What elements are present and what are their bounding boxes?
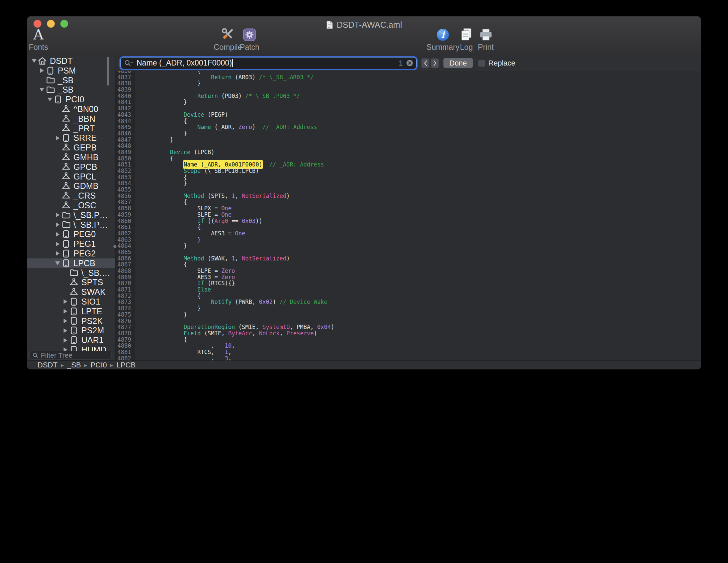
done-button[interactable]: Done [443, 58, 473, 68]
disclosure-right-icon[interactable] [62, 299, 69, 304]
tree-item-gpcb[interactable]: GPCB [27, 162, 115, 172]
line-number: 4872 [115, 293, 134, 299]
toolbar-label: Patch [240, 43, 260, 52]
tree-item-_sb[interactable]: _SB [27, 76, 115, 85]
tree-item-gdmb[interactable]: GDMB [27, 181, 115, 191]
tree-item-bn00[interactable]: ^BN00 [27, 104, 115, 114]
tree-item-peg2[interactable]: PEG2 [27, 249, 115, 258]
tree-item-_bbn[interactable]: _BBN [27, 114, 115, 124]
code-line: 4855 [115, 187, 701, 193]
disclosure-right-icon[interactable] [62, 319, 69, 323]
code-line: 4850 { [115, 155, 701, 162]
tree-item-spts[interactable]: SPTS [27, 277, 115, 287]
line-number: 4867 [115, 261, 134, 268]
disclosure-right-icon[interactable] [54, 222, 62, 227]
tree-item-dsdt[interactable]: DSDT [27, 56, 115, 66]
toolbar-label: Compile [214, 43, 242, 52]
tree-item-swak[interactable]: SWAK [27, 287, 115, 297]
previous-match-button[interactable] [421, 58, 430, 68]
line-number: 4845 [115, 124, 134, 130]
tree-item-_sbp[interactable]: \_SB.P… [27, 210, 115, 220]
tree-item-gmhb[interactable]: GMHB [27, 152, 115, 162]
next-match-button[interactable] [431, 58, 439, 68]
tree-item-_osc[interactable]: _OSC [27, 201, 115, 210]
line-content: Field (SMIE, ByteAcc, NoLock, Preserve) [134, 330, 317, 337]
tree-item-sio1[interactable]: SIO1 [27, 297, 115, 307]
disclosure-right-icon[interactable] [54, 242, 62, 246]
tree-item-ps2m[interactable]: PS2M [27, 326, 115, 335]
tree-item-peg1[interactable]: PEG1 [27, 239, 115, 249]
titlebar[interactable]: DSDT-AWAC.aml [27, 16, 701, 31]
breadcrumb-item[interactable]: DSDT [37, 361, 58, 369]
line-content: } [134, 130, 187, 137]
code-line: 4842 [115, 105, 701, 112]
line-number: 4877 [115, 324, 134, 330]
code-line: 4878 Field (SMIE, ByteAcc, NoLock, Prese… [115, 330, 701, 337]
disclosure-right-icon[interactable] [54, 213, 62, 217]
tree-item-uar1[interactable]: UAR1 [27, 335, 115, 345]
tree-item-_sb[interactable]: \_SB.… [27, 268, 115, 278]
tree-item-_prt[interactable]: _PRT [27, 124, 115, 133]
disclosure-right-icon[interactable] [62, 338, 69, 343]
match-count: 1 [399, 59, 403, 68]
tree-item-label: PEG0 [74, 229, 96, 239]
disclosure-right-icon[interactable] [62, 328, 69, 333]
clear-search-button[interactable] [406, 59, 414, 67]
line-content: { [134, 155, 173, 162]
line-number: 4847 [115, 137, 134, 143]
line-content [134, 143, 143, 149]
tree-item-ps2k[interactable]: PS2K [27, 316, 115, 326]
tree-item-label: _BBN [74, 114, 95, 124]
tree-item-gepb[interactable]: GEPB [27, 143, 115, 152]
tree-item-pci0[interactable]: PCI0 [27, 95, 115, 104]
disclosure-down-icon[interactable] [54, 261, 62, 265]
search-input[interactable]: Name (_ADR, 0x001F0000) 1 [120, 57, 417, 69]
fonts-button[interactable]: A Fonts [29, 20, 48, 52]
print-button[interactable]: Print [478, 20, 493, 52]
breadcrumb-item[interactable]: _SB [67, 361, 81, 369]
device-icon [62, 239, 71, 248]
breadcrumb-item[interactable]: LPCB [116, 361, 135, 369]
line-content: } [134, 80, 201, 87]
tree-item-_crs[interactable]: _CRS [27, 191, 115, 201]
line-number: 4881 [115, 349, 134, 355]
tree-item-psm[interactable]: PSM [27, 66, 115, 76]
device-icon [62, 230, 71, 239]
compile-button[interactable]: Compile [214, 20, 242, 52]
tree-item-lpte[interactable]: LPTE [27, 307, 115, 316]
search-icon[interactable] [124, 60, 134, 67]
name-icon [69, 278, 78, 287]
code-line: 4871 Else [115, 287, 701, 293]
breadcrumb-item[interactable]: PCI0 [91, 361, 107, 369]
disclosure-down-icon[interactable] [30, 59, 38, 63]
line-content: } [134, 243, 187, 249]
tree-item-_sbp[interactable]: \_SB.P… [27, 220, 115, 230]
disclosure-down-icon[interactable] [38, 88, 46, 92]
patch-button[interactable]: Patch [240, 20, 260, 52]
split-handle[interactable] [113, 245, 116, 248]
tree-item-lpcb[interactable]: LPCB [27, 258, 115, 268]
filter-tree-input[interactable]: Filter Tree [29, 351, 112, 360]
tree-item-_sb[interactable]: _SB [27, 85, 115, 95]
line-number: 4873 [115, 299, 134, 305]
code-line: 4853 { [115, 174, 701, 181]
tree-item-peg0[interactable]: PEG0 [27, 229, 115, 239]
breadcrumb-separator: ▸ [84, 362, 87, 369]
zoom-window-button[interactable] [60, 20, 68, 28]
code-line: 4864 } [115, 243, 701, 249]
disclosure-right-icon[interactable] [62, 309, 69, 314]
log-button[interactable]: Log [459, 20, 474, 52]
tree-item-srre[interactable]: SRRE [27, 133, 115, 143]
disclosure-down-icon[interactable] [46, 98, 54, 101]
code-line: 4852 Scope (\_SB.PCI0.LPCB) [115, 168, 701, 174]
replace-checkbox[interactable] [478, 60, 485, 67]
disclosure-right-icon[interactable] [54, 232, 62, 237]
tree-item-gpcl[interactable]: GPCL [27, 172, 115, 182]
summary-button[interactable]: i Summary [427, 20, 459, 52]
code-editor[interactable]: 4836 {4837 Return (AR03) /* \_SB_.AR03 *… [115, 71, 701, 360]
disclosure-right-icon[interactable] [54, 251, 62, 256]
document-proxy-icon[interactable] [326, 20, 334, 29]
sidebar-scrollbar[interactable] [107, 57, 109, 86]
disclosure-right-icon[interactable] [54, 136, 62, 140]
disclosure-right-icon[interactable] [38, 68, 46, 73]
